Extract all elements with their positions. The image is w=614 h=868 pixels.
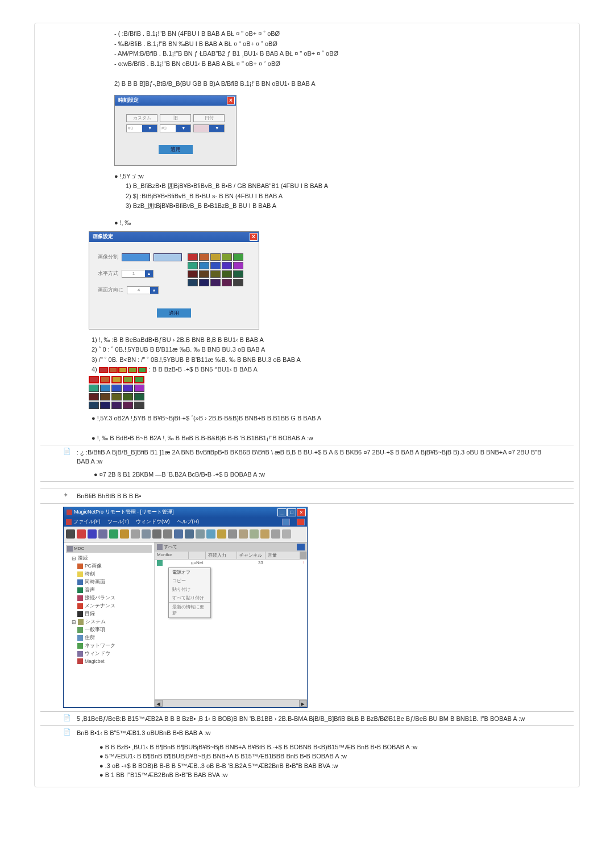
color-swatch [109,367,118,373]
color-swatch-grid[interactable] [188,253,243,286]
toolbar-icon[interactable] [250,529,259,539]
color-swatch[interactable] [199,279,209,286]
close-icon[interactable]: × [227,97,235,105]
dropdown-3[interactable]: ▼ [193,124,225,132]
toolbar-icon[interactable] [66,529,75,539]
toolbar-icon[interactable] [109,529,118,539]
color-swatch[interactable] [188,279,198,286]
color-swatch[interactable] [233,253,243,261]
text-line: ● !‚ ‰ B BdB•B B~B B2A !‚ ‰ B BeB B.B-B&… [92,433,574,444]
tree-item[interactable]: Magicbet [66,658,152,665]
tree-item[interactable]: PC画像 [66,562,152,570]
toolbar-icon[interactable] [142,529,151,539]
context-menu-item[interactable]: すべて貼り付け [169,594,210,602]
color-swatch[interactable] [222,253,232,261]
tree-item[interactable]: ウィンドウ [66,650,152,658]
menu-close-icon[interactable] [297,519,305,525]
menu-end-icon[interactable] [282,519,290,525]
color-swatch[interactable] [233,270,243,278]
color-swatch[interactable] [188,262,198,269]
menu-window[interactable]: ウィンドウ(W) [136,518,170,525]
color-swatch[interactable] [199,270,209,278]
apply-button[interactable]: 適用 [159,145,193,154]
text-line: ● .3 oB -+$ B BOB)B B-B B 5™ÆB..3 oB B-B… [99,761,545,771]
color-swatch [111,385,122,392]
toolbar-icon[interactable] [271,529,280,539]
color-swatch[interactable] [233,262,243,269]
tree-item[interactable]: 時刻 [66,570,152,578]
color-swatch[interactable] [222,270,232,278]
toolbar-icon[interactable] [260,529,269,539]
color-swatch[interactable] [188,270,198,278]
color-swatch [111,402,122,409]
color-swatch[interactable] [233,279,243,286]
tree-item[interactable]: 目録 [66,610,152,618]
tree-item[interactable]: 一般事項 [66,626,152,634]
color-swatch [100,385,110,392]
tree-item[interactable]: 音声 [66,586,152,594]
toolbar-icon[interactable] [228,529,237,539]
option-button[interactable] [154,253,182,261]
tree-item[interactable]: 接続バランス [66,594,152,602]
color-swatch [89,393,99,400]
color-swatch[interactable] [222,279,232,286]
dropdown-1[interactable]: #3▼ [126,124,157,132]
page-icon: 📄 [63,448,71,479]
tree-root[interactable]: ⊟接続 [66,554,152,562]
color-swatch[interactable] [199,262,209,269]
color-swatch[interactable] [210,262,221,269]
tree-item[interactable]: 住所 [66,634,152,642]
toolbar-icon[interactable] [174,529,183,539]
toolbar-icon[interactable] [120,529,129,539]
menu-help[interactable]: ヘルプ(H) [177,518,200,525]
color-swatch[interactable] [210,279,221,286]
tree-system[interactable]: ⊟システム [66,618,152,626]
toolbar-icon[interactable] [206,529,215,539]
context-menu-item[interactable]: コピー [169,577,210,585]
color-swatch[interactable] [188,253,198,261]
number-stepper[interactable]: 1▲ [122,270,154,278]
toolbar-icon[interactable] [131,529,140,539]
color-swatch[interactable] [210,270,221,278]
text-line: 2) $] :BtBjB¥B•BfiBvB_B B•BU s- B BN (4F… [126,191,574,202]
maximize-icon[interactable]: □ [287,508,296,516]
dropdown-2[interactable]: #3▼ [160,124,191,132]
toolbar-icon[interactable] [163,529,172,539]
dropdown-icon[interactable] [297,544,305,550]
option-button[interactable] [122,253,150,261]
tree-item[interactable]: メンテナンス [66,602,152,610]
minimize-icon[interactable]: _ [277,508,287,516]
close-icon[interactable]: × [297,508,306,516]
menu-file[interactable]: ファイル(F) [66,518,101,525]
toolbar-icon[interactable] [98,529,107,539]
toolbar-icon[interactable] [282,529,291,539]
tab-custom[interactable]: カスタム [126,114,157,122]
tab-all[interactable]: すべて [157,544,177,550]
toolbar-icon[interactable] [77,529,86,539]
toolbar-icon[interactable] [217,529,226,539]
number-stepper[interactable]: 4▲ [127,286,159,294]
color-swatch[interactable] [199,253,209,261]
context-menu[interactable]: 電源オフコピー貼り付けすべて貼り付け最新の情報に更新 [168,567,211,618]
color-swatch[interactable] [222,262,232,269]
toolbar-icon[interactable] [185,529,194,539]
context-menu-item[interactable]: 最新の情報に更新 [169,603,210,617]
color-swatch[interactable] [210,253,221,261]
tree-item[interactable]: ネットワーク [66,642,152,650]
close-icon[interactable]: × [250,233,258,241]
scrollbar[interactable]: ◄► [155,699,307,707]
text-line: ● 5™ÆBU1‹ B B¶BnB B¶BUBjB¥B~BjB BNB+A B … [99,752,545,761]
toolbar-icon[interactable] [88,529,97,539]
color-swatch [134,376,144,383]
menu-tools[interactable]: ツール(T) [107,518,130,525]
toolbar-icon[interactable] [196,529,205,539]
tab-date[interactable]: 日付 [193,114,225,122]
tree-item[interactable]: 同時画面 [66,578,152,586]
toolbar-icon[interactable] [239,529,248,539]
tab-old[interactable]: 旧 [160,114,191,122]
context-menu-item[interactable]: 電源オフ [169,568,210,577]
toolbar-icon[interactable] [152,529,161,539]
apply-button[interactable]: 適用 [157,308,191,318]
context-menu-item[interactable]: 貼り付け [169,585,210,594]
list-item[interactable]: goNet 33 ↑ [155,560,307,567]
